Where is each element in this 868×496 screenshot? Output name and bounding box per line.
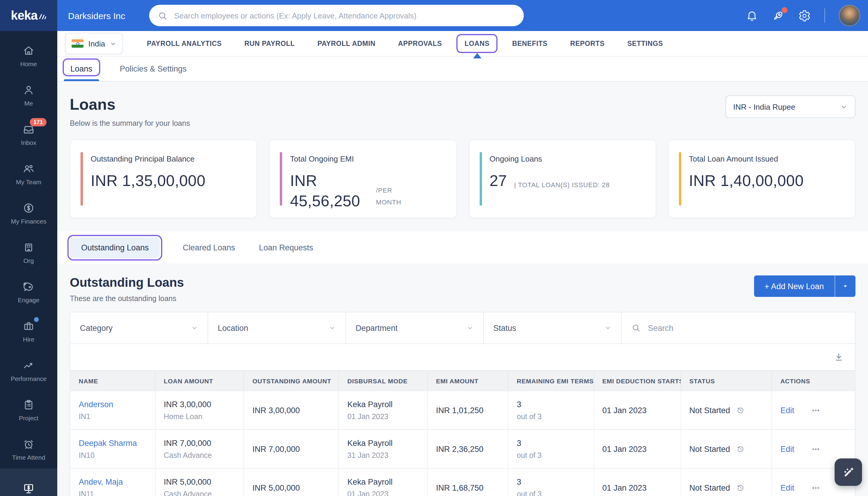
subtab-policies-settings[interactable]: Policies & Settings [120, 56, 187, 81]
column-header-name[interactable]: NAME [71, 371, 155, 391]
download-icon[interactable] [833, 352, 844, 362]
cell-loan-amount: INR 7,00,000Cash Advance [155, 430, 244, 468]
sidebar-item-org[interactable]: Org [0, 232, 57, 272]
column-header-actions[interactable]: ACTIONS [772, 371, 855, 391]
column-header-status[interactable]: STATUS [681, 371, 772, 391]
sidebar-item-home[interactable]: Home [0, 36, 57, 75]
table-search[interactable] [622, 312, 855, 343]
cell-outstanding-amount: INR 7,00,000 [244, 430, 338, 468]
remaining-terms: 3 [517, 477, 589, 486]
sidebar-item-my-finances[interactable]: My Finances [0, 193, 57, 232]
india-flag-icon [72, 40, 83, 48]
add-loan-dropdown-caret[interactable] [835, 275, 855, 297]
filter-category[interactable]: Category [71, 312, 208, 343]
summary-card-ongoing-loans: Ongoing Loans27| TOTAL LOAN(S) ISSUED: 2… [469, 140, 656, 218]
more-actions-icon[interactable] [811, 405, 821, 415]
nav-tab-payroll-analytics[interactable]: PAYROLL ANALYTICS [146, 37, 223, 49]
employee-name-link[interactable]: Andev, Maja [79, 477, 150, 486]
nav-tab-settings[interactable]: SETTINGS [626, 37, 664, 49]
sidebar-item-label: Home [20, 60, 37, 67]
header-divider [824, 8, 825, 22]
whats-new-rocket-icon[interactable] [772, 9, 785, 22]
sidebar-item-label: Project [19, 414, 38, 421]
edit-loan-link[interactable]: Edit [780, 483, 794, 492]
search-icon [631, 323, 641, 332]
nav-tab-payroll-admin[interactable]: PAYROLL ADMIN [316, 37, 377, 49]
disbursal-mode: Keka Payroll [347, 477, 422, 486]
sidebar-item-my-team[interactable]: My Team [0, 154, 57, 193]
loan-type: Home Loan [164, 412, 239, 421]
column-header-loan-amount[interactable]: LOAN AMOUNT [155, 371, 244, 391]
filter-department[interactable]: Department [346, 312, 484, 343]
currency-selector[interactable]: INR - India Rupee [726, 95, 855, 118]
nav-tab-approvals[interactable]: APPROVALS [397, 37, 443, 49]
nav-tab-loans[interactable]: LOANS [463, 37, 491, 49]
nav-tab-reports[interactable]: REPORTS [569, 37, 606, 49]
card-accent-bar [479, 152, 482, 206]
remaining-terms: 3 [517, 438, 589, 447]
employee-name-link[interactable]: Anderson [79, 400, 150, 409]
loan-tab-outstanding-loans[interactable]: Outstanding Loans [70, 237, 160, 258]
sidebar-item-inbox[interactable]: 171Inbox [0, 114, 57, 154]
more-actions-icon[interactable] [811, 483, 821, 493]
history-icon[interactable] [736, 445, 745, 453]
logo-spark-icon [39, 12, 47, 19]
inbox-count-badge: 171 [30, 118, 47, 126]
sidebar-item-time-attend[interactable]: Time Attend [0, 429, 57, 469]
user-avatar[interactable] [839, 5, 860, 26]
global-search[interactable] [149, 5, 524, 26]
notifications-bell-icon[interactable] [746, 9, 758, 22]
sidebar-item-label: Hire [23, 335, 35, 342]
caret-down-icon [842, 283, 849, 290]
hire-notification-dot [34, 317, 39, 322]
inbox-icon: 171 [22, 123, 35, 136]
filter-label: Status [493, 323, 516, 332]
hire-icon [22, 319, 35, 332]
filters-bar: CategoryLocationDepartmentStatus [71, 312, 855, 344]
nav-tab-run-payroll[interactable]: RUN PAYROLL [243, 37, 296, 49]
history-icon[interactable] [736, 483, 745, 492]
nav-tab-benefits[interactable]: BENEFITS [511, 37, 549, 49]
cell-remaining-terms: 3out of 3 [508, 430, 594, 468]
column-header-disbursal-mode[interactable]: DISBURSAL MODE [338, 371, 427, 391]
performance-icon [22, 359, 35, 372]
loan-tab-loan-requests[interactable]: Loan Requests [258, 237, 315, 258]
loan-amount: INR 5,00,000 [164, 477, 239, 486]
column-header-remaining-emi-terms[interactable]: REMAINING EMI TERMS [508, 371, 594, 391]
active-tab-pointer [473, 53, 481, 59]
sidebar-item-performance[interactable]: Performance [0, 351, 57, 390]
cell-status: Not Started [681, 468, 772, 496]
edit-loan-link[interactable]: Edit [780, 406, 794, 415]
loan-tab-cleared-loans[interactable]: Cleared Loans [182, 237, 237, 258]
sidebar-item-me[interactable]: Me [0, 75, 57, 114]
global-search-input[interactable] [173, 11, 515, 20]
subtab-loans[interactable]: Loans [71, 56, 92, 81]
subtab-bar: LoansPolicies & Settings [57, 56, 868, 82]
sidebar: HomeMe171InboxMy TeamMy FinancesOrgEngag… [0, 31, 57, 496]
sidebar-item-engage[interactable]: Engage [0, 272, 57, 311]
column-header-emi-amount[interactable]: EMI AMOUNT [427, 371, 508, 391]
employee-id: IN10 [79, 451, 150, 459]
column-header-outstanding-amount[interactable]: OUTSTANDING AMOUNT [244, 371, 338, 391]
sidebar-item-hire[interactable]: Hire [0, 311, 57, 351]
more-actions-icon[interactable] [811, 444, 821, 454]
sidebar-item-project[interactable]: Project [0, 390, 57, 429]
employee-name-link[interactable]: Deepak Sharma [79, 438, 150, 447]
history-icon[interactable] [736, 406, 745, 415]
table-search-input[interactable] [647, 323, 845, 333]
edit-loan-link[interactable]: Edit [780, 445, 794, 453]
magic-assistant-button[interactable] [835, 459, 862, 486]
keka-logo[interactable]: keka [0, 0, 57, 31]
filter-status[interactable]: Status [484, 312, 622, 343]
filter-location[interactable]: Location [208, 312, 346, 343]
column-header-emi-deduction-starts[interactable]: EMI DEDUCTION STARTS [594, 371, 681, 391]
card-label: Total Loan Amount Issued [689, 154, 846, 164]
add-new-loan-button[interactable]: + Add New Loan [754, 275, 855, 297]
card-value: INR 1,40,00,000 [689, 171, 804, 191]
settings-gear-icon[interactable] [798, 9, 811, 22]
country-selector[interactable]: India [65, 33, 123, 54]
card-label: Outstanding Principal Balance [91, 154, 247, 164]
cell-disbursal-mode: Keka Payroll01 Jan 2023 [338, 391, 427, 430]
cell-actions: Edit [772, 391, 855, 430]
sidebar-item-payroll[interactable] [0, 469, 57, 496]
